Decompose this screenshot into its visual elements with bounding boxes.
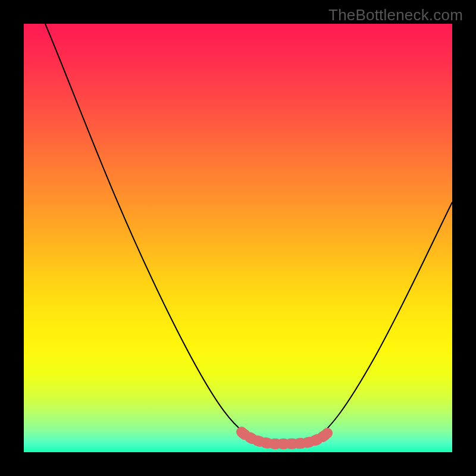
highlight-dot-right — [322, 428, 333, 439]
highlight-path — [243, 433, 326, 444]
chart-frame: TheBottleneck.com — [0, 0, 476, 476]
highlight-dot-left — [236, 427, 247, 437]
curve-path — [45, 24, 452, 441]
watermark-text: TheBottleneck.com — [328, 6, 463, 24]
chart-svg — [24, 24, 452, 452]
plot-area — [24, 24, 452, 452]
